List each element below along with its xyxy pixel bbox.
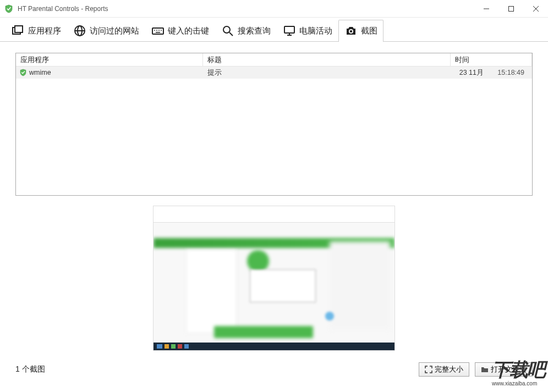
tab-search[interactable]: 搜索查询 [215, 20, 277, 41]
header-app[interactable]: 应用程序 [16, 53, 203, 67]
fullsize-button[interactable]: 完整大小 [419, 362, 469, 377]
folder-icon [481, 366, 489, 373]
tab-apps[interactable]: 应用程序 [6, 20, 67, 41]
app-icon [4, 4, 13, 13]
svg-point-12 [158, 30, 160, 31]
globe-icon [73, 24, 86, 37]
close-button[interactable] [523, 0, 548, 17]
tab-screenshots[interactable]: 截图 [338, 20, 383, 41]
tab-label: 键入的击键 [168, 26, 209, 36]
svg-point-11 [156, 30, 157, 31]
tab-label: 截图 [361, 26, 377, 36]
screenshot-count-label: 1 个截图 [15, 365, 413, 374]
camera-icon [344, 24, 358, 37]
windows-stack-icon [12, 24, 25, 37]
header-time[interactable]: 时间 [451, 53, 532, 67]
row-app-name: wmime [29, 69, 51, 76]
table-body: wmime 提示 23 11月 15:18:49 [16, 67, 532, 79]
screenshot-preview-area [15, 206, 533, 351]
window-title: HT Parental Controls - Reports [18, 5, 474, 13]
titlebar: HT Parental Controls - Reports [0, 0, 548, 18]
tab-label: 应用程序 [28, 26, 61, 36]
screenshot-table: 应用程序 标题 时间 wmime 提示 23 11月 15:18:49 [15, 53, 533, 196]
svg-rect-5 [15, 26, 23, 32]
tabs-bar: 应用程序 访问过的网站 键入的击键 搜索查询 电脑活动 截图 [0, 18, 548, 42]
svg-line-16 [229, 32, 233, 36]
svg-point-15 [223, 26, 230, 33]
maximize-button[interactable] [498, 0, 523, 17]
tab-label: 电脑活动 [299, 26, 332, 36]
table-row[interactable]: wmime 提示 23 11月 15:18:49 [16, 67, 532, 79]
svg-rect-14 [156, 32, 160, 33]
screenshot-thumbnail[interactable] [153, 206, 395, 351]
watermark-url: www.xiazaiba.com [492, 380, 545, 387]
window-controls [474, 0, 548, 17]
svg-rect-9 [152, 28, 163, 34]
expand-icon [425, 366, 432, 373]
table-header: 应用程序 标题 时间 [16, 53, 532, 67]
svg-rect-1 [508, 6, 513, 11]
keyboard-icon [151, 24, 165, 37]
button-label: 打开文件夹 [491, 365, 527, 374]
svg-point-21 [350, 30, 352, 32]
tab-label: 访问过的网站 [90, 26, 139, 36]
tab-label: 搜索查询 [238, 26, 271, 36]
tab-activity[interactable]: 电脑活动 [277, 20, 338, 41]
tab-websites[interactable]: 访问过的网站 [67, 20, 145, 41]
minimize-button[interactable] [474, 0, 498, 17]
row-time: 15:18:49 [484, 69, 532, 76]
shield-icon [19, 69, 27, 76]
svg-point-10 [154, 30, 155, 31]
bottom-bar: 1 个截图 完整大小 打开文件夹 [15, 362, 533, 377]
svg-point-13 [161, 30, 162, 31]
button-label: 完整大小 [435, 365, 463, 374]
svg-rect-17 [284, 26, 294, 33]
content-area: 应用程序 标题 时间 wmime 提示 23 11月 15:18:49 [0, 42, 548, 357]
row-date: 23 11月 [451, 68, 484, 78]
search-icon [221, 24, 234, 37]
row-title: 提示 [203, 68, 451, 78]
open-folder-button[interactable]: 打开文件夹 [475, 362, 533, 377]
header-title[interactable]: 标题 [203, 53, 451, 67]
monitor-icon [283, 24, 296, 37]
tab-keystrokes[interactable]: 键入的击键 [145, 20, 215, 41]
